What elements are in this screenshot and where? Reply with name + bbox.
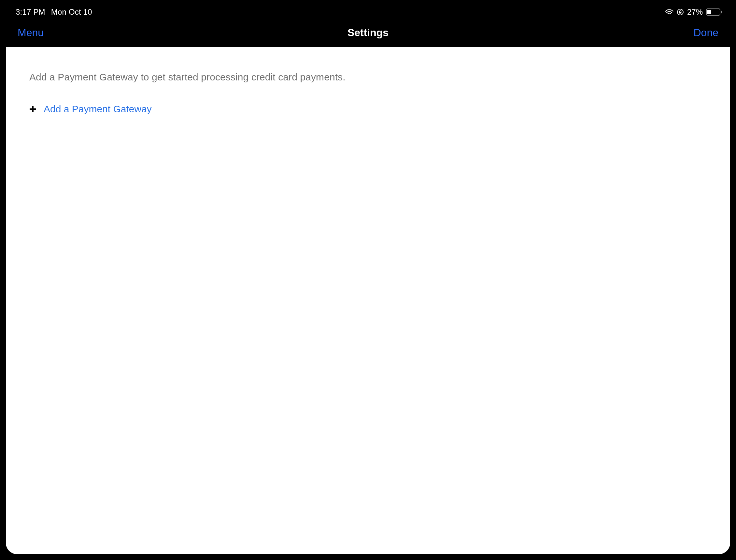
rotation-lock-icon bbox=[677, 8, 684, 16]
battery-percent: 27% bbox=[687, 7, 703, 17]
status-right: 27% bbox=[665, 7, 720, 17]
nav-bar: Menu Settings Done bbox=[6, 18, 730, 47]
status-bar: 3:17 PM Mon Oct 10 bbox=[6, 6, 730, 18]
battery-fill bbox=[707, 10, 711, 14]
add-payment-gateway-label: Add a Payment Gateway bbox=[44, 104, 152, 115]
status-left: 3:17 PM Mon Oct 10 bbox=[16, 7, 92, 17]
add-payment-gateway-button[interactable]: Add a Payment Gateway bbox=[6, 83, 730, 115]
svg-rect-1 bbox=[679, 12, 682, 13]
plus-icon bbox=[29, 105, 36, 113]
device-frame: 3:17 PM Mon Oct 10 bbox=[0, 0, 736, 560]
page-title: Settings bbox=[347, 27, 389, 39]
instruction-text: Add a Payment Gateway to get started pro… bbox=[6, 47, 730, 83]
svg-rect-3 bbox=[30, 108, 36, 110]
screen: 3:17 PM Mon Oct 10 bbox=[6, 6, 730, 554]
content-area: Add a Payment Gateway to get started pro… bbox=[6, 47, 730, 554]
wifi-icon bbox=[665, 9, 673, 15]
status-date: Mon Oct 10 bbox=[51, 7, 92, 17]
battery-icon bbox=[706, 8, 720, 16]
status-time: 3:17 PM bbox=[16, 7, 45, 17]
payment-gateway-section: Add a Payment Gateway to get started pro… bbox=[6, 47, 730, 133]
menu-button[interactable]: Menu bbox=[18, 27, 44, 39]
done-button[interactable]: Done bbox=[694, 27, 719, 39]
